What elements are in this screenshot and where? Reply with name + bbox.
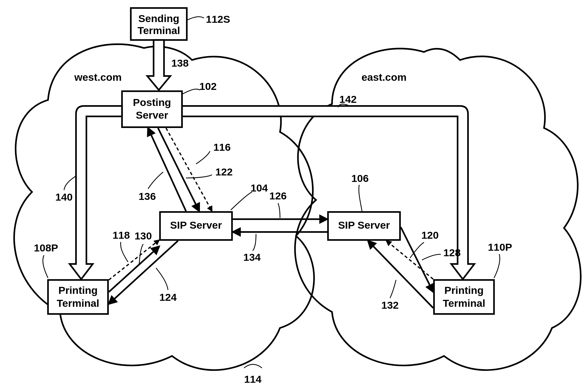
ref-104: 104	[251, 182, 268, 194]
ref-116: 116	[213, 141, 230, 153]
lead-126	[278, 203, 280, 218]
arrow-140	[69, 106, 122, 279]
ref-120: 120	[422, 229, 439, 241]
ref-128: 128	[443, 247, 460, 258]
ref-130: 130	[134, 230, 152, 242]
lead-116	[196, 151, 210, 164]
ref-118: 118	[112, 229, 130, 241]
printing-east-label-1: Printing	[444, 285, 484, 296]
lead-136	[148, 172, 163, 189]
ref-138: 138	[171, 57, 189, 69]
lead-114	[244, 364, 262, 368]
printing-west-label-1: Printing	[58, 285, 98, 296]
posting-server-label-1: Posting	[133, 97, 171, 108]
ref-102: 102	[199, 81, 217, 92]
sending-terminal-label-1: Sending	[138, 13, 179, 24]
arrow-130	[109, 246, 159, 292]
sip-east-label: SIP Server	[338, 219, 390, 231]
posting-server-label-2: Server	[136, 109, 168, 121]
ref-142: 142	[339, 94, 357, 105]
lead-110p	[494, 254, 500, 278]
lead-122	[186, 175, 212, 178]
lead-140	[64, 176, 76, 190]
lead-124	[156, 268, 168, 290]
lead-132	[390, 280, 396, 298]
cloud-east	[295, 49, 581, 370]
sip-west-label: SIP Server	[170, 219, 222, 231]
ref-112s: 112S	[206, 13, 230, 25]
ref-108p: 108P	[34, 242, 58, 254]
ref-132: 132	[381, 299, 399, 311]
ref-110p: 110P	[488, 241, 512, 253]
lead-102	[182, 89, 200, 94]
lead-108p	[43, 255, 48, 278]
arrow-118	[109, 240, 159, 280]
arrow-116	[166, 128, 212, 211]
arrow-122	[158, 128, 199, 211]
lead-112s	[187, 17, 204, 20]
diagram-root: west.com east.com Sending Terminal 112S …	[0, 0, 588, 389]
cloud-east-label: east.com	[361, 71, 407, 83]
lead-134	[253, 234, 256, 251]
arrow-132	[368, 241, 433, 308]
ref-124: 124	[159, 292, 177, 303]
lead-106	[359, 185, 362, 211]
lead-118	[121, 242, 128, 262]
ref-114: 114	[244, 373, 261, 385]
cloud-west-label: west.com	[74, 71, 122, 83]
lead-128	[422, 254, 441, 260]
ref-106: 106	[351, 173, 369, 184]
lead-104	[231, 192, 252, 210]
ref-122: 122	[215, 166, 232, 178]
ref-126: 126	[269, 190, 287, 202]
ref-140: 140	[55, 191, 73, 203]
sending-terminal-label-2: Terminal	[138, 25, 180, 36]
ref-136: 136	[138, 191, 156, 202]
arrow-142	[182, 106, 474, 279]
printing-east-label-2: Terminal	[443, 297, 485, 309]
ref-134: 134	[243, 251, 261, 263]
printing-west-label-2: Terminal	[57, 297, 99, 309]
